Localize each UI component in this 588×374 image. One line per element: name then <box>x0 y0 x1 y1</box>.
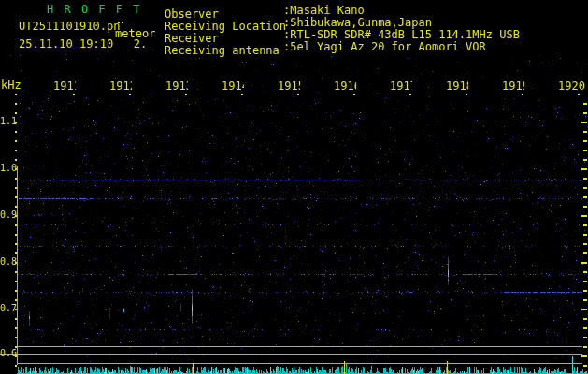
time-label: 1914 <box>222 80 244 93</box>
freq-tick-right <box>583 318 587 320</box>
minute-tick <box>73 94 75 95</box>
freq-tick-left <box>15 178 17 180</box>
freq-tick-right <box>583 178 587 180</box>
time-label: 1912 <box>109 80 132 93</box>
minute-tick <box>578 94 580 95</box>
level-band-line-mid <box>0 354 582 355</box>
freq-tick-right <box>583 271 587 273</box>
minute-tick <box>409 94 411 95</box>
freq-label: 0.6 <box>0 348 17 359</box>
minute-tick <box>129 94 131 95</box>
freq-tick-left <box>15 103 17 105</box>
info-value: :RTL-SDR SDR# 43dB L15 114.1MHz USB <box>283 28 520 41</box>
freq-tick-right <box>581 355 587 357</box>
freq-tick-right <box>583 280 587 282</box>
plot-bottom-border <box>18 346 582 347</box>
freq-tick-right <box>583 131 587 133</box>
freq-tick-left <box>15 215 17 217</box>
freq-tick-left <box>15 150 17 151</box>
freq-tick-right <box>581 309 587 310</box>
minute-tick <box>185 94 187 95</box>
freq-tick-left <box>15 252 17 254</box>
time-label: 1917 <box>390 80 412 93</box>
freq-tick-right <box>583 196 587 198</box>
freq-tick-left <box>15 337 17 338</box>
freq-tick-left <box>15 187 17 189</box>
freq-tick-left <box>15 112 17 114</box>
freq-tick-left <box>15 243 17 245</box>
freq-unit-label: kHz <box>1 79 22 92</box>
hrofft-screen: H R O F F T UT2511101910.pn meteor 25.11… <box>0 0 588 374</box>
minute-tick <box>466 94 467 95</box>
minute-tick <box>522 94 523 95</box>
freq-tick-left <box>15 224 17 226</box>
level-band-line-low <box>18 363 582 364</box>
freq-tick-left <box>15 262 17 264</box>
freq-tick-right <box>581 168 587 170</box>
time-label: 1916 <box>334 80 356 93</box>
freq-tick-left <box>15 327 17 329</box>
freq-tick-left <box>15 280 17 282</box>
time-label: 1915 <box>278 80 300 93</box>
freq-tick-left <box>15 318 17 320</box>
minute-tick <box>241 94 243 95</box>
freq-tick-left <box>15 346 17 348</box>
freq-tick-left <box>15 140 17 142</box>
freq-tick-left <box>15 290 17 292</box>
freq-tick-left <box>15 299 17 301</box>
freq-tick-right <box>583 327 587 329</box>
info-value: :Shibukawa,Gunma,Japan <box>283 16 432 29</box>
freq-tick-left <box>15 234 17 236</box>
freq-tick-left <box>15 309 17 310</box>
event-marker <box>344 361 345 374</box>
freq-tick-left <box>15 365 17 367</box>
info-label: Receiving antenna <box>165 44 280 57</box>
plot-left-border <box>17 166 18 365</box>
time-label: 1913 <box>165 80 188 93</box>
freq-tick-right <box>583 346 587 348</box>
info-value: :5el Yagi Az 20 for Aomori VOR <box>283 40 486 53</box>
output-filename: UT2511101910.pn <box>19 21 120 33</box>
time-label: 1920 <box>558 80 586 93</box>
freq-tick-right <box>583 243 587 245</box>
event-marker <box>193 363 194 374</box>
app-title: H R O F F T <box>47 4 141 16</box>
filename-clipped-char <box>118 22 120 23</box>
freq-tick-right <box>583 159 587 161</box>
freq-tick-left <box>15 131 17 133</box>
freq-tick-left <box>15 206 17 208</box>
freq-tick-right <box>581 122 587 123</box>
freq-tick-right <box>583 150 587 151</box>
station-info-row: Receiving antenna:5el Yagi Az 20 for Aom… <box>165 40 280 58</box>
freq-tick-left <box>15 122 17 123</box>
freq-tick-right <box>583 290 587 292</box>
info-value: :Masaki Kano <box>283 4 365 17</box>
freq-tick-left <box>15 355 17 357</box>
freq-tick-left <box>15 196 17 198</box>
time-label: 1919 <box>502 80 524 93</box>
freq-tick-left <box>15 168 17 170</box>
freq-tick-right <box>583 365 587 367</box>
freq-tick-right <box>583 234 587 236</box>
freq-tick-left <box>15 94 17 95</box>
freq-tick-right <box>583 337 587 338</box>
freq-tick-right <box>583 140 587 142</box>
freq-tick-left <box>15 159 17 161</box>
freq-tick-right <box>583 112 587 114</box>
freq-tick-left <box>15 271 17 273</box>
freq-tick-right <box>581 262 587 264</box>
freq-tick-right <box>583 103 587 105</box>
time-label: 1911 <box>53 80 76 93</box>
time-label: 1918 <box>446 80 468 93</box>
minute-tick <box>297 94 299 95</box>
datetime-counter: 25.11.10 19:10 2._ <box>19 38 154 50</box>
freq-tick-right <box>583 252 587 254</box>
freq-tick-right <box>583 299 587 301</box>
spectrogram-canvas <box>0 0 588 374</box>
freq-tick-right <box>583 206 587 208</box>
freq-tick-right <box>583 187 587 189</box>
event-marker <box>447 361 448 374</box>
minute-tick <box>353 94 355 95</box>
freq-tick-right <box>581 215 587 217</box>
freq-tick-right <box>583 224 587 226</box>
